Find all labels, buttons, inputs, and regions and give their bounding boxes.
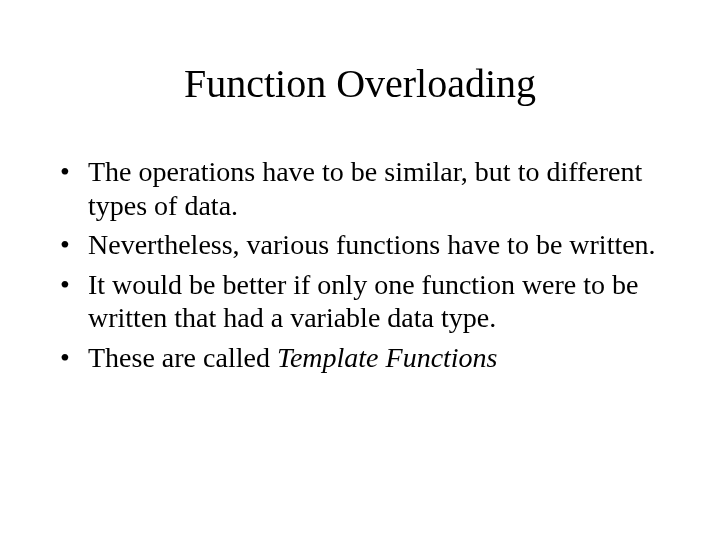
- bullet-item: These are called Template Functions: [60, 341, 660, 375]
- bullet-item: Nevertheless, various functions have to …: [60, 228, 660, 262]
- bullet-item: It would be better if only one function …: [60, 268, 660, 335]
- italic-term: Template Functions: [277, 342, 498, 373]
- slide: Function Overloading The operations have…: [0, 0, 720, 540]
- bullet-item: The operations have to be similar, but t…: [60, 155, 660, 222]
- bullet-list: The operations have to be similar, but t…: [50, 155, 670, 375]
- slide-title: Function Overloading: [50, 60, 670, 107]
- bullet-text: These are called: [88, 342, 277, 373]
